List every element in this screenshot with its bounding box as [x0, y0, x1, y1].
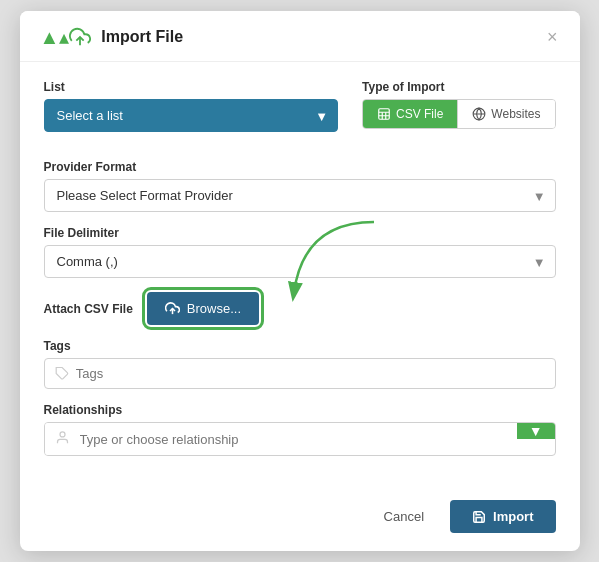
- import-icon: [69, 26, 91, 48]
- svg-rect-1: [379, 109, 390, 120]
- cancel-button[interactable]: Cancel: [368, 501, 440, 532]
- tag-icon: [55, 366, 69, 381]
- provider-format-label: Provider Format: [44, 160, 556, 174]
- list-select-wrapper: Select a list ▼: [44, 99, 339, 132]
- import-file-dialog: ▲▴ Import File × List Select a list ▼ Ty…: [20, 11, 580, 551]
- attach-csv-label: Attach CSV File: [44, 302, 133, 316]
- provider-format-select[interactable]: Please Select Format Provider: [44, 179, 556, 212]
- browse-button[interactable]: Browse...: [147, 292, 259, 325]
- dialog-footer: Cancel Import: [20, 490, 580, 551]
- dialog-title: Import File: [101, 28, 545, 46]
- tags-input-wrapper: [44, 358, 556, 389]
- csv-file-button[interactable]: CSV File: [363, 100, 458, 128]
- globe-icon: [472, 107, 486, 121]
- top-row: List Select a list ▼ Type of Import CSV …: [44, 80, 556, 146]
- relationships-field: Relationships ▼: [44, 403, 556, 456]
- provider-format-select-wrapper: Please Select Format Provider ▼: [44, 179, 556, 212]
- websites-button[interactable]: Websites: [458, 100, 554, 128]
- upload-cloud-icon: ▲▴: [40, 25, 70, 49]
- dialog-header: ▲▴ Import File ×: [20, 11, 580, 62]
- close-button[interactable]: ×: [545, 28, 560, 46]
- dialog-body: List Select a list ▼ Type of Import CSV …: [20, 62, 580, 490]
- type-buttons-group: CSV File Websites: [362, 99, 555, 129]
- tags-input[interactable]: [76, 359, 545, 388]
- list-field: List Select a list ▼: [44, 80, 339, 132]
- import-button[interactable]: Import: [450, 500, 555, 533]
- attach-csv-row: Attach CSV File Browse...: [44, 292, 556, 325]
- relationships-label: Relationships: [44, 403, 556, 417]
- svg-point-11: [60, 432, 65, 437]
- person-icon: [45, 423, 80, 455]
- relationships-input[interactable]: [80, 424, 517, 455]
- save-icon: [472, 510, 486, 524]
- relationships-input-wrapper: ▼: [44, 422, 556, 456]
- provider-format-field: Provider Format Please Select Format Pro…: [44, 160, 556, 212]
- list-label: List: [44, 80, 339, 94]
- relationships-dropdown-button[interactable]: ▼: [517, 423, 555, 439]
- list-select[interactable]: Select a list: [44, 99, 339, 132]
- tags-label: Tags: [44, 339, 556, 353]
- csv-icon: [377, 107, 391, 121]
- type-of-import-field: Type of Import CSV File Websites: [362, 80, 555, 146]
- tags-field: Tags: [44, 339, 556, 389]
- upload-icon: [165, 301, 180, 316]
- type-of-import-label: Type of Import: [362, 80, 555, 94]
- green-arrow: [274, 217, 394, 307]
